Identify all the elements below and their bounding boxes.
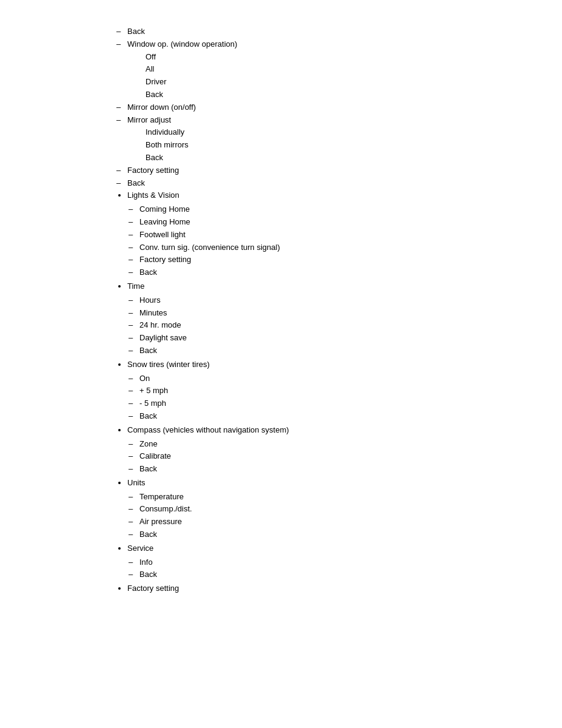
service-item: Service Info Back (127, 542, 562, 581)
compass-sub: Zone Calibrate Back (127, 438, 562, 476)
units-sub: Temperature Consump./dist. Air pressure … (127, 491, 562, 541)
compass-label: Compass (vehicles without navigation sys… (127, 425, 289, 434)
service-label: Service (127, 544, 153, 553)
main-list: Lights & Vision Coming Home Leaving Home… (115, 189, 562, 595)
factory-setting-item: Factory setting (127, 582, 562, 595)
list-item: Back (127, 177, 562, 190)
snow-tires-item: Snow tires (winter tires) On + 5 mph - 5… (127, 359, 562, 423)
list-item: Factory setting (139, 254, 562, 266)
list-item: Footwell light (139, 229, 562, 241)
list-item: 24 hr. mode (139, 319, 562, 332)
list-item: Back (139, 568, 562, 581)
list-item: Calibrate (139, 450, 562, 463)
list-item: Off (146, 51, 562, 64)
factory-setting-label: Factory setting (127, 584, 179, 593)
list-item: Consump./dist. (139, 503, 562, 516)
snow-tires-label: Snow tires (winter tires) (127, 360, 210, 369)
service-sub: Info Back (127, 556, 562, 582)
list-item: Both mirrors (146, 139, 562, 152)
units-label: Units (127, 478, 146, 487)
list-item: Back (139, 345, 562, 357)
list-item: Zone (139, 438, 562, 451)
list-item: + 5 mph (139, 385, 562, 397)
list-item: Info (139, 556, 562, 569)
list-item: Back (139, 266, 562, 279)
units-item: Units Temperature Consump./dist. Air pre… (127, 477, 562, 541)
list-item: All (146, 63, 562, 76)
list-item: Daylight save (139, 332, 562, 345)
list-item: On (139, 372, 562, 385)
list-item: Back (146, 89, 562, 101)
list-item: Coming Home (139, 203, 562, 216)
mirror-adjust-sub: Individually Both mirrors Back (127, 126, 562, 164)
list-item: Temperature (139, 491, 562, 504)
list-item: Driver (146, 76, 562, 89)
list-item: Factory setting (127, 164, 562, 177)
main-content: Back Window op. (window operation) Off A… (0, 25, 562, 595)
window-op-sub: Off All Driver Back (127, 51, 562, 101)
lights-vision-item: Lights & Vision Coming Home Leaving Home… (127, 189, 562, 279)
list-item: Mirror down (on/off) (127, 101, 562, 114)
list-item: Window op. (window operation) Off All Dr… (127, 38, 562, 101)
list-item: Back (139, 410, 562, 423)
list-item: Hours (139, 294, 562, 307)
list-item: Back (127, 25, 562, 38)
time-sub: Hours Minutes 24 hr. mode Daylight save … (127, 294, 562, 357)
compass-item: Compass (vehicles without navigation sys… (127, 424, 562, 476)
snow-tires-sub: On + 5 mph - 5 mph Back (127, 372, 562, 423)
list-item: Back (146, 152, 562, 164)
pre-bullet-list: Back Window op. (window operation) Off A… (115, 25, 562, 189)
time-label: Time (127, 281, 144, 291)
lights-vision-sub: Coming Home Leaving Home Footwell light … (127, 203, 562, 279)
list-item: Back (139, 463, 562, 476)
list-item: Minutes (139, 307, 562, 320)
list-item: Individually (146, 126, 562, 139)
list-item: Back (139, 528, 562, 541)
list-item: - 5 mph (139, 397, 562, 410)
list-item: Air pressure (139, 516, 562, 528)
list-item: Mirror adjust Individually Both mirrors … (127, 114, 562, 164)
lights-vision-label: Lights & Vision (127, 190, 179, 200)
time-item: Time Hours Minutes 24 hr. mode Daylight … (127, 280, 562, 357)
list-item: Conv. turn sig. (convenience turn signal… (139, 241, 562, 254)
list-item: Leaving Home (139, 216, 562, 229)
